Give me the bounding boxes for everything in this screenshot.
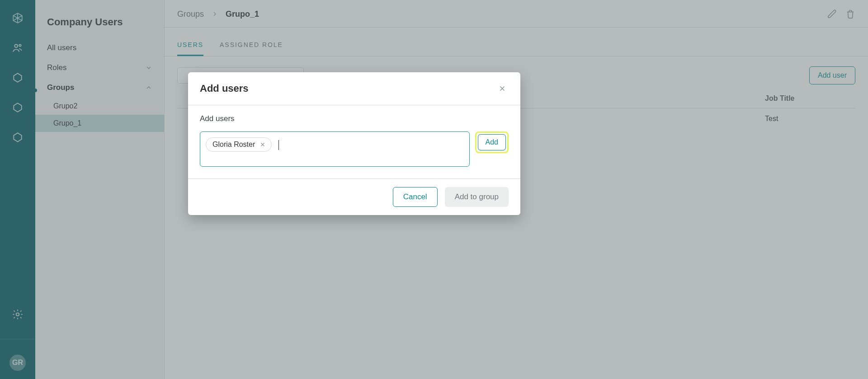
dialog-header: Add users	[188, 72, 520, 105]
add-button-highlight: Add	[475, 131, 509, 153]
user-chip: Gloria Roster	[206, 137, 272, 152]
add-to-group-button[interactable]: Add to group	[445, 187, 509, 207]
remove-chip-icon[interactable]	[259, 141, 266, 148]
text-caret	[278, 140, 279, 150]
dialog-label: Add users	[200, 114, 509, 123]
app-root: { "rail": {"avatar_initials": "GR"}, "si…	[0, 0, 868, 379]
dialog-input-row: Gloria Roster Add	[200, 131, 509, 167]
close-icon[interactable]	[496, 82, 509, 95]
add-button[interactable]: Add	[478, 134, 506, 150]
dialog-footer: Cancel Add to group	[188, 178, 520, 215]
dialog-body: Add users Gloria Roster Add	[188, 105, 520, 178]
user-chip-label: Gloria Roster	[212, 140, 255, 149]
dialog-title: Add users	[200, 83, 249, 94]
cancel-button[interactable]: Cancel	[393, 187, 438, 207]
add-users-dialog: Add users Add users Gloria Roster	[188, 72, 520, 215]
users-input[interactable]: Gloria Roster	[200, 131, 470, 167]
